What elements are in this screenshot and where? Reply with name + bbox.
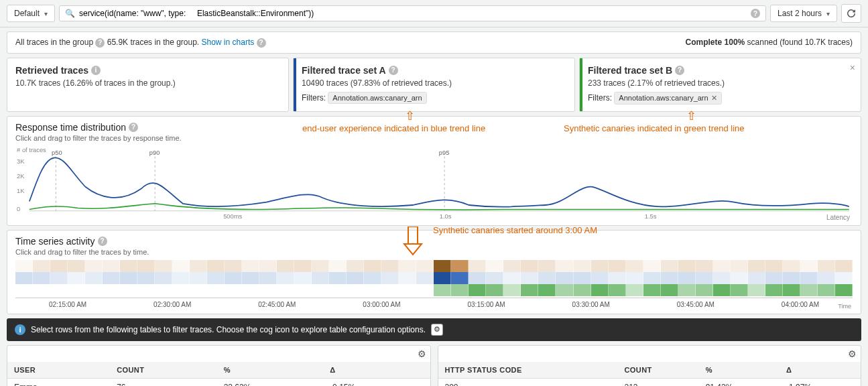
heatmap-cell[interactable] bbox=[451, 284, 469, 296]
heatmap-cell[interactable] bbox=[469, 272, 486, 284]
heatmap-cell[interactable] bbox=[434, 284, 451, 296]
heatmap-cell[interactable] bbox=[416, 260, 434, 272]
heatmap-cell[interactable] bbox=[748, 272, 765, 284]
heatmap-cell[interactable] bbox=[835, 272, 853, 284]
heatmap-cell[interactable] bbox=[538, 260, 556, 272]
help-icon[interactable]: ? bbox=[389, 66, 398, 75]
help-icon[interactable]: ? bbox=[95, 38, 105, 48]
heatmap-cell[interactable] bbox=[643, 272, 661, 284]
gear-icon[interactable]: ⚙ bbox=[848, 348, 857, 359]
filter-chip[interactable]: Annotation.aws:canary_arn✕ bbox=[614, 92, 721, 105]
heatmap-cell[interactable] bbox=[661, 260, 678, 272]
heatmap-cell[interactable] bbox=[574, 284, 591, 296]
heatmap-cell[interactable] bbox=[678, 272, 696, 284]
column-header[interactable]: COUNT bbox=[110, 362, 217, 379]
heatmap-cell[interactable] bbox=[800, 272, 818, 284]
heatmap-cell[interactable] bbox=[172, 260, 190, 272]
heatmap-cell[interactable] bbox=[259, 284, 277, 296]
response-distribution-chart[interactable]: # of traces 3K 2K 1K 0 p50 p90 p95 500ms… bbox=[15, 146, 853, 220]
heatmap-cell[interactable] bbox=[416, 272, 434, 284]
heatmap-cell[interactable] bbox=[33, 260, 50, 272]
heatmap-cell[interactable] bbox=[364, 284, 381, 296]
heatmap-cell[interactable] bbox=[416, 284, 434, 296]
heatmap-cell[interactable] bbox=[434, 260, 451, 272]
heatmap-cell[interactable] bbox=[765, 272, 783, 284]
heatmap-cell[interactable] bbox=[15, 272, 33, 284]
heatmap-cell[interactable] bbox=[783, 260, 800, 272]
heatmap-cell[interactable] bbox=[486, 284, 503, 296]
heatmap-cell[interactable] bbox=[678, 260, 696, 272]
close-icon[interactable]: × bbox=[850, 62, 855, 73]
column-header[interactable]: % bbox=[699, 362, 780, 379]
heatmap-cell[interactable] bbox=[312, 272, 329, 284]
refresh-button[interactable] bbox=[841, 4, 861, 23]
time-series-heatmap[interactable]: 02:15:00 AM02:30:00 AM02:45:00 AM03:00:0… bbox=[15, 260, 853, 308]
help-icon[interactable]: ? bbox=[98, 237, 107, 246]
heatmap-cell[interactable] bbox=[486, 272, 503, 284]
heatmap-cell[interactable] bbox=[137, 284, 155, 296]
heatmap-cell[interactable] bbox=[225, 272, 242, 284]
heatmap-cell[interactable] bbox=[347, 272, 364, 284]
table-row[interactable]: 20021391.42%-1.97% bbox=[438, 378, 861, 386]
heatmap-cell[interactable] bbox=[155, 284, 172, 296]
heatmap-cell[interactable] bbox=[800, 284, 818, 296]
heatmap-cell[interactable] bbox=[696, 284, 713, 296]
heatmap-cell[interactable] bbox=[207, 284, 225, 296]
heatmap-cell[interactable] bbox=[172, 272, 190, 284]
heatmap-cell[interactable] bbox=[399, 272, 416, 284]
heatmap-cell[interactable] bbox=[835, 260, 853, 272]
heatmap-cell[interactable] bbox=[329, 260, 347, 272]
heatmap-cell[interactable] bbox=[103, 284, 120, 296]
heatmap-cell[interactable] bbox=[661, 284, 678, 296]
heatmap-cell[interactable] bbox=[137, 260, 155, 272]
heatmap-cell[interactable] bbox=[765, 260, 783, 272]
heatmap-cell[interactable] bbox=[626, 260, 643, 272]
heatmap-cell[interactable] bbox=[50, 272, 68, 284]
heatmap-cell[interactable] bbox=[347, 284, 364, 296]
heatmap-cell[interactable] bbox=[207, 260, 225, 272]
heatmap-cell[interactable] bbox=[120, 272, 137, 284]
heatmap-cell[interactable] bbox=[277, 284, 294, 296]
heatmap-cell[interactable] bbox=[643, 284, 661, 296]
heatmap-cell[interactable] bbox=[591, 284, 609, 296]
heatmap-cell[interactable] bbox=[190, 284, 207, 296]
heatmap-cell[interactable] bbox=[242, 284, 259, 296]
heatmap-cell[interactable] bbox=[33, 284, 50, 296]
heatmap-cell[interactable] bbox=[713, 260, 731, 272]
heatmap-cell[interactable] bbox=[329, 272, 347, 284]
heatmap-cell[interactable] bbox=[591, 260, 609, 272]
heatmap-cell[interactable] bbox=[538, 272, 556, 284]
heatmap-cell[interactable] bbox=[381, 272, 399, 284]
search-input[interactable] bbox=[79, 9, 747, 18]
heatmap-cell[interactable] bbox=[399, 260, 416, 272]
help-icon[interactable]: ? bbox=[751, 9, 760, 18]
heatmap-cell[interactable] bbox=[626, 284, 643, 296]
heatmap-cell[interactable] bbox=[381, 284, 399, 296]
heatmap-cell[interactable] bbox=[835, 284, 853, 296]
heatmap-cell[interactable] bbox=[364, 260, 381, 272]
heatmap-cell[interactable] bbox=[503, 272, 521, 284]
heatmap-cell[interactable] bbox=[626, 272, 643, 284]
heatmap-cell[interactable] bbox=[225, 284, 242, 296]
heatmap-cell[interactable] bbox=[364, 272, 381, 284]
heatmap-cell[interactable] bbox=[643, 260, 661, 272]
heatmap-cell[interactable] bbox=[556, 260, 573, 272]
heatmap-cell[interactable] bbox=[50, 260, 68, 272]
heatmap-cell[interactable] bbox=[818, 260, 835, 272]
heatmap-cell[interactable] bbox=[399, 284, 416, 296]
help-icon[interactable]: ? bbox=[129, 123, 138, 132]
column-header[interactable]: HTTP STATUS CODE bbox=[438, 362, 618, 379]
heatmap-cell[interactable] bbox=[294, 260, 312, 272]
heatmap-cell[interactable] bbox=[103, 272, 120, 284]
heatmap-cell[interactable] bbox=[137, 272, 155, 284]
heatmap-cell[interactable] bbox=[731, 272, 748, 284]
heatmap-cell[interactable] bbox=[68, 272, 85, 284]
heatmap-cell[interactable] bbox=[294, 284, 312, 296]
help-icon[interactable]: ? bbox=[675, 66, 684, 75]
heatmap-cell[interactable] bbox=[329, 284, 347, 296]
heatmap-cell[interactable] bbox=[748, 260, 765, 272]
heatmap-cell[interactable] bbox=[294, 272, 312, 284]
heatmap-cell[interactable] bbox=[68, 260, 85, 272]
heatmap-cell[interactable] bbox=[259, 260, 277, 272]
heatmap-cell[interactable] bbox=[748, 284, 765, 296]
